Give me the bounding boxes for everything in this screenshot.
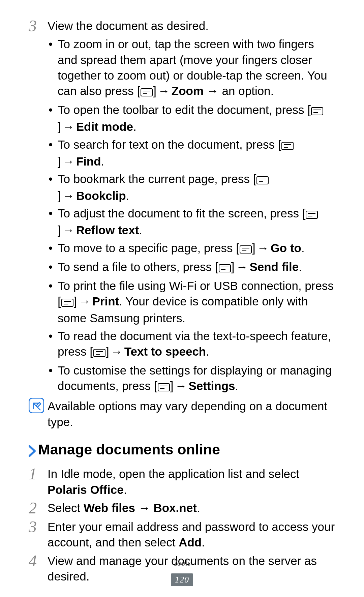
svg-rect-0 (141, 89, 152, 96)
footer-page-number: 120 (171, 573, 193, 586)
svg-rect-9 (257, 177, 268, 184)
menu-icon (240, 242, 252, 257)
menu-icon (93, 345, 105, 361)
bullet-send-file: To send a file to others, press []→Send … (48, 259, 335, 276)
svg-rect-12 (306, 211, 317, 218)
note-text: Available options may vary depending on … (48, 398, 335, 429)
menu-icon (158, 380, 170, 395)
svg-rect-24 (94, 349, 105, 357)
menu-icon (219, 261, 231, 276)
step-3-bullets: To zoom in or out, tap the screen with t… (29, 36, 335, 395)
bullet-find: To search for text on the document, pres… (48, 137, 335, 169)
bullet-tts: To read the document via the text-to-spe… (48, 328, 335, 361)
bullet-zoom: To zoom in or out, tap the screen with t… (48, 36, 335, 100)
menu-icon (256, 173, 269, 188)
bullet-edit-mode: To open the toolbar to edit the document… (48, 102, 335, 135)
step-number: 3 (29, 18, 48, 34)
bullet-print: To print the file using Wi-Fi or USB con… (48, 278, 335, 326)
step-number: 1 (29, 466, 48, 482)
menu-icon (61, 295, 73, 310)
step-body: Select Web files → Box.net. (48, 500, 335, 516)
online-step-3: 3 Enter your email address and password … (29, 518, 335, 550)
step-3: 3 View the document as desired. (29, 18, 335, 34)
svg-rect-21 (62, 299, 73, 306)
step-number: 2 (29, 500, 48, 516)
svg-rect-18 (219, 265, 231, 272)
online-step-1: 1 In Idle mode, open the application lis… (29, 466, 335, 497)
menu-icon (306, 207, 318, 222)
bullet-goto: To move to a specific page, press []→Go … (48, 240, 335, 257)
step-body: Enter your email address and password to… (48, 518, 335, 550)
menu-icon (311, 103, 323, 119)
menu-icon (281, 138, 294, 154)
svg-rect-27 (158, 384, 170, 391)
step-number: 3 (29, 518, 48, 535)
svg-rect-15 (240, 246, 251, 253)
footer-category: Tools (0, 558, 364, 569)
chevron-icon (29, 441, 36, 460)
bullet-settings: To customise the settings for displaying… (48, 363, 335, 395)
bullet-bookclip: To bookmark the current page, press []→B… (48, 171, 335, 204)
page-footer: Tools 120 (0, 558, 364, 586)
note: Available options may vary depending on … (29, 398, 335, 429)
step-3-heading: View the document as desired. (48, 18, 335, 34)
bullet-reflow: To adjust the document to fit the screen… (48, 206, 335, 238)
step-body: In Idle mode, open the application list … (48, 466, 335, 497)
svg-rect-6 (282, 142, 293, 150)
online-step-2: 2 Select Web files → Box.net. (29, 500, 335, 516)
section-heading-manage-online: Manage documents online (29, 440, 335, 460)
svg-rect-3 (311, 108, 323, 115)
note-icon (29, 398, 48, 417)
menu-icon (141, 85, 153, 100)
